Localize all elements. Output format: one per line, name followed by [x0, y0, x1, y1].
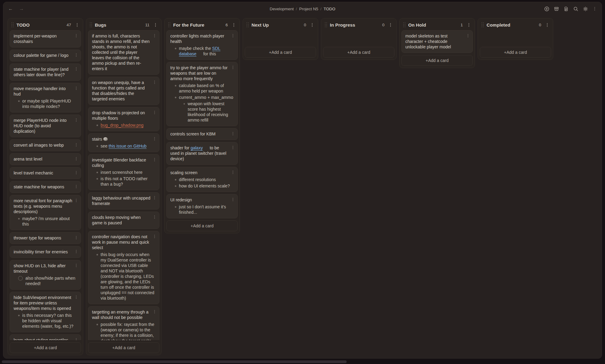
card-menu-icon[interactable]	[231, 197, 235, 202]
checkbox-circle-icon[interactable]	[18, 276, 23, 281]
column-menu-icon[interactable]	[232, 23, 236, 28]
card-menu-icon[interactable]	[231, 33, 235, 38]
card[interactable]: on weapon unequip, have a function that …	[88, 77, 159, 105]
card[interactable]: more neutral font for paragraph texts (e…	[10, 195, 81, 230]
card-menu-icon[interactable]	[152, 157, 157, 162]
card[interactable]: clouds keep moving when game is paused	[88, 212, 159, 229]
card[interactable]: laggy behaviour with uncapped framerate	[88, 192, 159, 210]
breadcrumb-item[interactable]: Project N5	[299, 7, 318, 11]
forward-arrow-icon[interactable]: →	[19, 6, 24, 11]
document-icon[interactable]	[564, 6, 569, 11]
card[interactable]: learn about styling projectileslook at I…	[10, 334, 81, 340]
card[interactable]: controller lights match player healthmay…	[166, 30, 238, 60]
topbar-overflow-menu-icon[interactable]	[593, 6, 597, 11]
card-menu-icon[interactable]	[466, 33, 470, 38]
card[interactable]: state machine for weapons	[10, 181, 81, 193]
card[interactable]: controls screen for KBM	[166, 128, 238, 140]
card-menu-icon[interactable]	[152, 195, 157, 200]
column-menu-icon[interactable]	[153, 23, 158, 28]
horizontal-scrollbar[interactable]	[2, 360, 347, 363]
card-title: controller navigation does not work in p…	[92, 234, 155, 250]
card[interactable]: colour palette for game / logo	[10, 50, 81, 61]
add-circle-icon[interactable]	[544, 6, 549, 11]
drag-handle-icon[interactable]	[247, 22, 249, 28]
card[interactable]: shader for galaxy to be used in planet s…	[166, 142, 238, 165]
card-menu-icon[interactable]	[74, 67, 78, 71]
card-menu-icon[interactable]	[231, 170, 235, 175]
search-icon[interactable]	[573, 6, 578, 11]
card-menu-icon[interactable]	[74, 170, 78, 175]
column-menu-icon[interactable]	[310, 23, 314, 28]
card[interactable]: controller navigation does not work in p…	[88, 231, 159, 304]
back-arrow-icon[interactable]: ←	[8, 6, 13, 11]
card-menu-icon[interactable]	[74, 156, 78, 161]
card-menu-icon[interactable]	[74, 198, 78, 203]
card-menu-icon[interactable]	[231, 65, 235, 70]
card-menu-icon[interactable]	[152, 309, 157, 314]
card-menu-icon[interactable]	[231, 145, 235, 150]
drag-handle-icon[interactable]	[90, 22, 92, 28]
card[interactable]: investigate Blender backface cullinginse…	[88, 154, 159, 190]
column-menu-icon[interactable]	[388, 23, 393, 28]
drag-handle-icon[interactable]	[482, 22, 484, 28]
breadcrumb-item[interactable]: TODO	[324, 7, 335, 11]
drag-handle-icon[interactable]	[403, 22, 406, 28]
card[interactable]: invincibility timer for enemies	[10, 246, 81, 258]
card[interactable]: state machine for player (and others lat…	[10, 63, 81, 81]
drag-handle-icon[interactable]	[168, 22, 171, 28]
drag-handle-icon[interactable]	[11, 22, 14, 28]
add-card-button[interactable]: +Add a card	[245, 47, 316, 58]
card[interactable]: thrower type for weapons	[10, 232, 81, 244]
breadcrumb-item[interactable]: Development	[270, 7, 294, 11]
card[interactable]: try to give the player ammo for weapons …	[166, 62, 238, 126]
card-menu-icon[interactable]	[152, 110, 157, 115]
card-menu-icon[interactable]	[74, 295, 78, 300]
add-card-button[interactable]: +Add a card	[480, 47, 551, 58]
settings-gear-icon[interactable]	[583, 6, 588, 11]
card[interactable]: show HUD on L3, hide after timeoutalso s…	[10, 260, 81, 290]
add-card-button[interactable]: +Add a card	[401, 55, 473, 66]
card[interactable]: UI redesignjust so I don't assume it's f…	[166, 194, 238, 218]
card[interactable]: scaling screendifferent resolutionshow d…	[166, 167, 238, 192]
card-menu-icon[interactable]	[74, 33, 78, 38]
card[interactable]: if ammo is full, characters stands in am…	[88, 30, 159, 75]
card[interactable]: arena test level	[10, 153, 81, 165]
column-menu-icon[interactable]	[75, 23, 79, 28]
drag-handle-icon[interactable]	[325, 22, 327, 28]
card-menu-icon[interactable]	[152, 33, 157, 38]
card[interactable]: move message handler into hudor maybe sp…	[10, 83, 81, 112]
card[interactable]: hide SubViewport environment for item pr…	[10, 292, 81, 332]
archive-icon[interactable]	[554, 6, 559, 11]
card-menu-icon[interactable]	[74, 118, 78, 122]
card-menu-icon[interactable]	[74, 337, 78, 340]
card-menu-icon[interactable]	[231, 131, 235, 136]
card-link[interactable]: bug_drop_shadow.png	[101, 123, 144, 128]
card-menu-icon[interactable]	[152, 80, 157, 85]
column-menu-icon[interactable]	[545, 23, 549, 28]
card-menu-icon[interactable]	[74, 86, 78, 91]
card-menu-icon[interactable]	[74, 235, 78, 240]
card-menu-icon[interactable]	[74, 184, 78, 189]
card-menu-icon[interactable]	[74, 249, 78, 254]
card[interactable]: merge PlayerHUD node into HUD node (to a…	[10, 115, 81, 137]
card[interactable]: stairssee this issue on GitHub	[88, 133, 159, 152]
add-card-button[interactable]: +Add a card	[88, 342, 159, 353]
card-link[interactable]: galaxy	[191, 145, 203, 150]
card-menu-icon[interactable]	[152, 215, 157, 219]
add-card-button[interactable]: +Add a card	[323, 47, 394, 58]
card-menu-icon[interactable]	[74, 263, 78, 268]
card[interactable]: implement per-weapon crosshairs	[10, 30, 81, 47]
card-menu-icon[interactable]	[74, 142, 78, 147]
card[interactable]: drop shadow is projected on multiple flo…	[88, 107, 159, 131]
card[interactable]: targetting an enemy through a wall shoul…	[88, 306, 159, 340]
card-link[interactable]: this issue on GitHub	[109, 144, 146, 148]
add-card-button[interactable]: +Add a card	[166, 220, 238, 231]
card[interactable]: level travel mechanic	[10, 167, 81, 179]
card[interactable]: convert all images to webp	[10, 139, 81, 151]
card-menu-icon[interactable]	[152, 234, 157, 239]
add-card-button[interactable]: +Add a card	[10, 342, 81, 353]
card-menu-icon[interactable]	[74, 53, 78, 57]
column-menu-icon[interactable]	[467, 23, 471, 28]
card[interactable]: model skeleton as test character + cheat…	[401, 30, 473, 53]
card-menu-icon[interactable]	[152, 136, 157, 141]
